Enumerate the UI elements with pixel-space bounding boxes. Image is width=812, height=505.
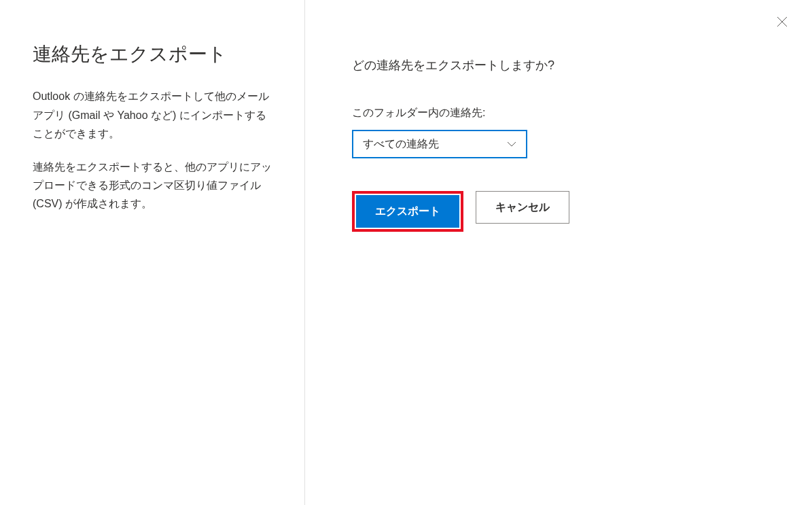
right-form-pane: どの連絡先をエクスポートしますか? このフォルダー内の連絡先: すべての連絡先 … <box>306 0 812 505</box>
page-title: 連絡先をエクスポート <box>33 42 272 67</box>
export-button[interactable]: エクスポート <box>356 195 459 228</box>
button-row: エクスポート キャンセル <box>352 191 779 232</box>
pane-divider <box>304 0 305 505</box>
chevron-down-icon <box>507 139 516 149</box>
export-button-highlight: エクスポート <box>352 191 463 232</box>
left-info-pane: 連絡先をエクスポート Outlook の連絡先をエクスポートして他のメール アプ… <box>0 0 306 505</box>
description-paragraph-1: Outlook の連絡先をエクスポートして他のメール アプリ (Gmail や … <box>33 87 272 143</box>
description-paragraph-2: 連絡先をエクスポートすると、他のアプリにアップロードできる形式のコンマ区切り値フ… <box>33 158 272 213</box>
close-icon <box>777 16 788 30</box>
close-button[interactable] <box>771 12 793 34</box>
dropdown-selected-text: すべての連絡先 <box>363 137 439 152</box>
folder-field-label: このフォルダー内の連絡先: <box>352 106 779 120</box>
cancel-button[interactable]: キャンセル <box>476 191 569 224</box>
export-prompt: どの連絡先をエクスポートしますか? <box>352 57 779 73</box>
folder-dropdown[interactable]: すべての連絡先 <box>352 130 527 158</box>
